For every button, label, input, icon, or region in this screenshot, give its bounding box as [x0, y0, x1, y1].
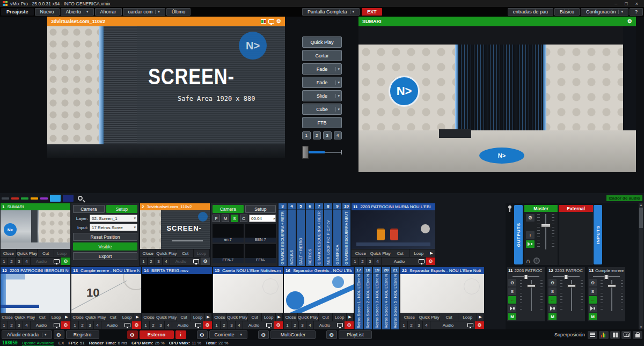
overlay-1-button[interactable]: 1: [71, 321, 79, 329]
transition-button[interactable]: Fade: [302, 63, 342, 75]
outputs-strip[interactable]: OUTPUTS: [514, 205, 523, 264]
fullscreen-icon[interactable]: [192, 257, 201, 265]
audio-button[interactable]: Audio: [243, 321, 265, 329]
input-strip-collapsed[interactable]: 4 MOLINS: [288, 203, 296, 266]
transition-button[interactable]: Quick Play: [302, 36, 342, 48]
program-title-bar[interactable]: SUMARI ⚙: [358, 17, 636, 26]
audio-button[interactable]: Audio: [170, 257, 192, 265]
input-thumbnail[interactable]: [284, 274, 354, 313]
overlay-1-button[interactable]: 1: [400, 321, 408, 329]
input-strip-collapsed[interactable]: 8 NEX_LOOP PIC_PIC.mov: [324, 203, 332, 266]
corriente-button[interactable]: Corriente: [209, 330, 248, 339]
cut-button[interactable]: Cut: [35, 313, 49, 321]
audio-button[interactable]: Audio: [430, 321, 466, 329]
mixer-scrollbar[interactable]: ▲ ▼: [639, 203, 643, 329]
preview-video[interactable]: N> SCREEN- Safe Area 1920 x 880: [47, 26, 285, 158]
pan-slider[interactable]: [593, 274, 620, 278]
speaker-icon[interactable]: [548, 305, 557, 312]
fader-handle[interactable]: [567, 284, 576, 288]
input-title-bar[interactable]: 11 2203 PATROCINI MURIA NOU L'EBI: [352, 203, 435, 210]
quick-play-button[interactable]: Quick Play: [156, 249, 177, 257]
overlay-3-button[interactable]: 3: [16, 321, 23, 329]
transition-tbar[interactable]: [302, 146, 342, 160]
overlay-1-button[interactable]: 1: [142, 321, 150, 329]
overlay-1-button[interactable]: 1: [352, 257, 359, 265]
overlay-2-button[interactable]: 2: [8, 257, 16, 265]
monitor-icon[interactable]: [268, 19, 274, 24]
menu-button[interactable]: Último: [166, 8, 191, 16]
master-info-button[interactable]: i: [526, 231, 535, 239]
input-thumbnail[interactable]: SCREEN-: [140, 210, 210, 249]
fullscreen-icon[interactable]: [335, 321, 345, 329]
close-button[interactable]: Close: [213, 313, 227, 321]
overlay-3-button[interactable]: 3: [157, 321, 165, 329]
input-settings-gear-icon[interactable]: ⚙: [61, 257, 70, 265]
audio-button[interactable]: Audio: [314, 321, 335, 329]
input-strip-collapsed[interactable]: 3 GRAFICS ESQUERRA + RETR: [279, 203, 287, 266]
pan-slider[interactable]: [513, 274, 539, 278]
close-button[interactable]: Close: [352, 249, 370, 257]
overlay-3-button[interactable]: 3: [367, 257, 374, 265]
playlist-settings-gear-icon[interactable]: ⚙: [326, 330, 337, 339]
fullscreen-icon[interactable]: [52, 321, 61, 329]
cut-button[interactable]: Cut: [248, 313, 262, 321]
input-strip-collapsed[interactable]: 9 GENERICA: [333, 203, 341, 266]
solo-button[interactable]: S: [548, 288, 557, 295]
settings-gear-icon[interactable]: ⚙: [276, 19, 281, 24]
multiview-icon[interactable]: [261, 19, 266, 24]
multicorder-settings-gear-icon[interactable]: ⚙: [258, 330, 269, 339]
input-title-bar[interactable]: 15 Careta NOU L'Ebre Notícies.mp4: [213, 267, 283, 274]
category-tab[interactable]: [21, 197, 28, 200]
overlay-2-button[interactable]: 2: [150, 321, 157, 329]
input-strip-collapsed[interactable]: 20 Retros Screen 4 - NOU L'Ebre N: [382, 267, 390, 330]
transition-button[interactable]: Fade: [302, 77, 342, 88]
fullscreen-icon[interactable]: [466, 321, 475, 329]
overlay-1-button[interactable]: 1: [213, 321, 221, 329]
fullscreen-icon[interactable]: [123, 321, 132, 329]
input-thumbnail[interactable]: [400, 274, 484, 313]
c-button[interactable]: C: [240, 215, 247, 222]
input-title-bar[interactable]: 1 SUMARI: [1, 203, 70, 210]
quick-play-button[interactable]: Quick Play: [17, 249, 38, 257]
input-title-bar[interactable]: 2 3dvirtualset.com_110v2: [140, 203, 210, 210]
overlay-2-button[interactable]: 2: [291, 321, 299, 329]
volume-fader[interactable]: [601, 280, 623, 311]
menu-button[interactable]: uardar com: [123, 8, 165, 16]
f-button[interactable]: F: [213, 215, 220, 222]
camera-preset-thumbnail[interactable]: EEN-7: [213, 244, 244, 263]
setup-button[interactable]: Setup: [245, 205, 276, 213]
input-settings-gear-icon[interactable]: ⚙: [203, 321, 212, 329]
input-settings-gear-icon[interactable]: ⚙: [61, 321, 70, 329]
esterno-button[interactable]: Esterno: [140, 330, 174, 339]
fader-handle[interactable]: [608, 284, 616, 288]
fullscreen-icon[interactable]: [52, 257, 61, 265]
overlay-3-button[interactable]: 3: [86, 321, 94, 329]
menu-button[interactable]: Básico: [554, 8, 580, 16]
close-button[interactable]: Close: [142, 313, 156, 321]
time-spinner[interactable]: 00:04: [249, 215, 276, 222]
input-settings-gear-icon[interactable]: ⚙: [274, 321, 283, 329]
menu-button[interactable]: Ahorrar: [95, 8, 122, 16]
transition-number-button[interactable]: 4: [334, 131, 342, 139]
overlay-3-button[interactable]: 3: [228, 321, 236, 329]
loop-button[interactable]: Loop: [194, 249, 210, 257]
transition-button[interactable]: Cortar: [302, 50, 342, 61]
add-input-button[interactable]: Añadir entrada: [2, 330, 52, 339]
loop-button[interactable]: Loop: [120, 313, 134, 321]
update-available-link[interactable]: Update Available: [22, 341, 54, 345]
overlay-4-button[interactable]: 4: [23, 257, 31, 265]
category-tab[interactable]: [2, 197, 9, 200]
overlay-4-button[interactable]: 4: [163, 257, 170, 265]
input-title-bar[interactable]: 22 Separador Esports - NOU L'Ebre Notí: [400, 267, 484, 274]
overlay-2-button[interactable]: 2: [79, 321, 86, 329]
play-button[interactable]: ▶: [347, 313, 354, 321]
transition-button[interactable]: Slide: [302, 90, 342, 101]
audio-button[interactable]: Audio: [101, 321, 123, 329]
cut-button[interactable]: Cut: [38, 249, 54, 257]
close-button[interactable]: Close: [1, 249, 17, 257]
m-button[interactable]: M: [222, 215, 229, 222]
reset-position-button[interactable]: Reset Position: [73, 233, 137, 241]
audio-button[interactable]: Audio: [31, 257, 52, 265]
transition-number-button[interactable]: 1: [302, 131, 311, 139]
fader-handle[interactable]: [541, 224, 551, 227]
